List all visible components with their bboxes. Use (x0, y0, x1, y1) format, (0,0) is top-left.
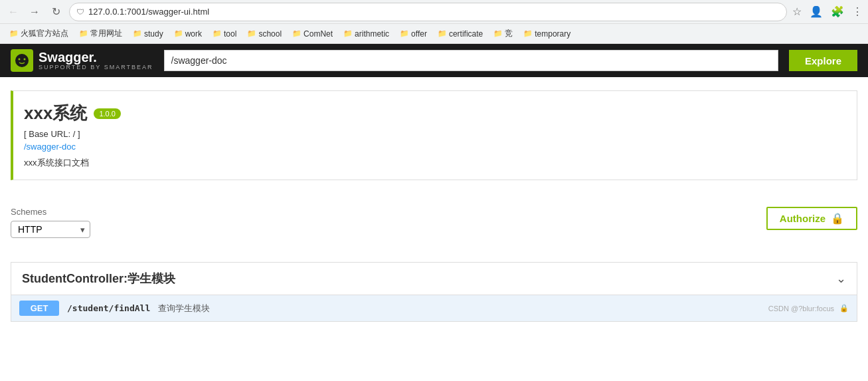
bookmark-label: study (144, 29, 163, 39)
swagger-url-input[interactable] (164, 50, 778, 71)
bookmark-label: 竞 (505, 28, 513, 39)
endpoint-lock-icon: 🔒 (839, 304, 849, 313)
method-badge: GET (19, 301, 59, 316)
bookmark-item[interactable]: 📁 work (170, 27, 206, 41)
app-info-section: xxx系统 1.0.0 [ Base URL: / ] /swagger-doc… (11, 90, 857, 180)
bookmark-label: 火狐官方站点 (21, 28, 68, 39)
bookmark-item[interactable]: 📁 offer (396, 27, 431, 41)
folder-icon: 📁 (174, 29, 183, 38)
address-text: 127.0.0.1:7001/swagger-ui.html (88, 7, 209, 17)
security-icon: 🛡 (76, 7, 84, 17)
bookmark-item[interactable]: 📁 ComNet (288, 27, 337, 41)
bookmark-label: work (185, 29, 202, 39)
endpoint-description: 查询学生模块 (158, 303, 210, 315)
address-bar[interactable]: 🛡 127.0.0.1:7001/swagger-ui.html (69, 3, 787, 21)
extensions-icon[interactable]: 🧩 (831, 5, 844, 18)
refresh-button[interactable]: ↻ (48, 4, 64, 20)
endpoint-row[interactable]: GET /student/findAll 查询学生模块 CSDN @?blur:… (11, 295, 857, 321)
authorize-label: Authorize (780, 213, 825, 224)
app-base-url: [ Base URL: / ] (24, 129, 846, 139)
bookmark-item[interactable]: 📁 竞 (489, 26, 517, 41)
csdn-label: CSDN @?blur:focus (768, 305, 834, 313)
browser-toolbar: ← → ↻ 🛡 127.0.0.1:7001/swagger-ui.html ☆… (0, 0, 868, 24)
folder-icon: 📁 (292, 29, 302, 38)
folder-icon: 📁 (523, 29, 533, 38)
bookmark-icon[interactable]: ☆ (792, 5, 802, 18)
schemes-select-wrapper: HTTP HTTPS (11, 221, 90, 238)
bookmark-label: 常用网址 (90, 28, 122, 39)
bookmark-label: ComNet (304, 29, 333, 39)
swagger-main: xxx系统 1.0.0 [ Base URL: / ] /swagger-doc… (0, 77, 868, 338)
bookmark-label: temporary (535, 29, 570, 39)
folder-icon: 📁 (438, 29, 447, 38)
bookmark-label: school (258, 29, 282, 39)
folder-icon: 📁 (79, 29, 88, 38)
swagger-logo: Swagger. SUPPORTED BY SMARTBEAR (11, 49, 153, 72)
app-title-row: xxx系统 1.0.0 (24, 102, 846, 125)
swagger-name: Swagger. (39, 51, 153, 64)
endpoint-right: CSDN @?blur:focus 🔒 (768, 304, 849, 313)
app-version-badge: 1.0.0 (94, 108, 120, 119)
bookmark-item[interactable]: 📁 temporary (519, 27, 574, 41)
app-doc-link[interactable]: /swagger-doc (24, 142, 846, 152)
folder-icon: 📁 (9, 29, 19, 38)
controller-header[interactable]: StudentController:学生模块 ⌄ (11, 263, 857, 295)
bookmark-label: offer (411, 29, 427, 39)
swagger-header: Swagger. SUPPORTED BY SMARTBEAR Explore (0, 44, 868, 77)
folder-icon: 📁 (493, 29, 503, 38)
schemes-label: Schemes (11, 207, 90, 217)
folder-icon: 📁 (133, 29, 142, 38)
swagger-logo-text: Swagger. SUPPORTED BY SMARTBEAR (39, 51, 153, 70)
profile-icon[interactable]: 👤 (810, 5, 823, 18)
bookmark-label: certificate (449, 29, 483, 39)
bookmark-item[interactable]: 📁 school (243, 27, 286, 41)
bookmark-item[interactable]: 📁 tool (209, 27, 240, 41)
folder-icon: 📁 (213, 29, 222, 38)
bookmarks-bar: 📁 火狐官方站点 📁 常用网址 📁 study 📁 work 📁 tool 📁 … (0, 24, 868, 44)
controller-title: StudentController:学生模块 (22, 271, 175, 287)
authorize-button[interactable]: Authorize 🔒 (766, 207, 857, 230)
svg-point-0 (15, 54, 29, 67)
chevron-down-icon: ⌄ (836, 271, 846, 286)
app-description: xxx系统接口文档 (24, 157, 846, 169)
bookmark-item[interactable]: 📁 study (129, 27, 167, 41)
folder-icon: 📁 (343, 29, 353, 38)
forward-button[interactable]: → (27, 4, 43, 20)
folder-icon: 📁 (400, 29, 409, 38)
endpoint-path: /student/findAll (67, 303, 150, 313)
bookmark-item[interactable]: 📁 arithmetic (339, 27, 393, 41)
schemes-control: Schemes HTTP HTTPS (11, 207, 90, 238)
swagger-logo-icon (11, 49, 33, 72)
svg-point-1 (19, 59, 21, 61)
bookmark-label: tool (224, 29, 236, 39)
bookmark-item[interactable]: 📁 火狐官方站点 (5, 26, 72, 41)
explore-button[interactable]: Explore (789, 50, 857, 71)
lock-icon: 🔒 (831, 212, 844, 225)
browser-actions: ☆ 👤 🧩 ⋮ (792, 5, 863, 18)
back-button[interactable]: ← (5, 4, 21, 20)
bookmark-label: arithmetic (355, 29, 389, 39)
menu-icon[interactable]: ⋮ (852, 5, 863, 18)
bookmark-item[interactable]: 📁 certificate (434, 27, 487, 41)
bookmark-item[interactable]: 📁 常用网址 (75, 26, 126, 41)
app-title: xxx系统 (24, 102, 87, 125)
folder-icon: 📁 (247, 29, 256, 38)
swagger-sub: SUPPORTED BY SMARTBEAR (39, 64, 153, 70)
schemes-select[interactable]: HTTP HTTPS (11, 221, 90, 238)
schemes-section: Schemes HTTP HTTPS Authorize 🔒 (11, 196, 857, 249)
svg-point-2 (24, 59, 26, 61)
controller-section: StudentController:学生模块 ⌄ GET /student/fi… (11, 262, 857, 322)
